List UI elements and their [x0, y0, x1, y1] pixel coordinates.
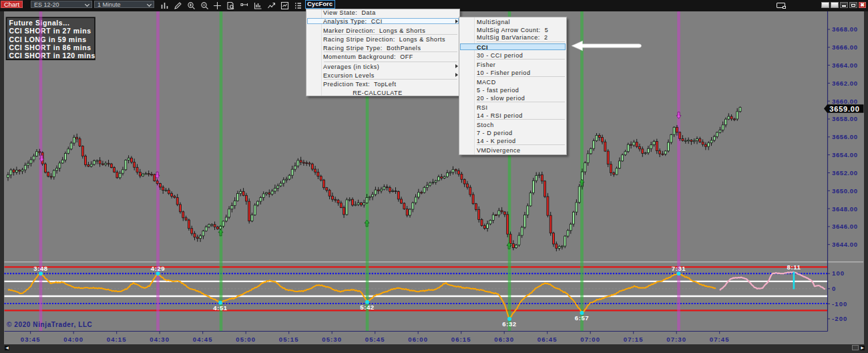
svg-text:04:15: 04:15 [107, 336, 127, 343]
svg-text:3656.00: 3656.00 [832, 133, 858, 140]
svg-text:06:30: 06:30 [494, 336, 514, 343]
svg-text:3659.00: 3659.00 [829, 105, 859, 113]
svg-text:07:15: 07:15 [624, 336, 644, 343]
svg-text:3658.00: 3658.00 [832, 115, 858, 122]
svg-text:3650.00: 3650.00 [832, 187, 858, 195]
svg-text:3646.00: 3646.00 [832, 223, 858, 230]
svg-text:3648.00: 3648.00 [832, 205, 858, 213]
svg-text:05:30: 05:30 [322, 336, 342, 343]
svg-text:07:45: 07:45 [710, 336, 730, 343]
svg-text:3668.00: 3668.00 [832, 25, 858, 33]
svg-text:© 2020 NinjaTrader, LLC: © 2020 NinjaTrader, LLC [7, 321, 92, 328]
svg-text:3662.00: 3662.00 [832, 80, 858, 87]
svg-text:06:00: 06:00 [408, 336, 428, 343]
svg-text:06:15: 06:15 [451, 336, 471, 343]
svg-text:6:32: 6:32 [502, 320, 516, 328]
svg-text:04:30: 04:30 [150, 336, 170, 343]
svg-text:3654.00: 3654.00 [832, 151, 858, 158]
svg-text:03:45: 03:45 [21, 336, 41, 343]
svg-text:4:51: 4:51 [213, 304, 228, 312]
svg-text:04:45: 04:45 [193, 336, 213, 343]
svg-text:100: 100 [832, 269, 845, 277]
svg-text:06:45: 06:45 [537, 336, 558, 343]
svg-text:CCI SHORT in 86 mins: CCI SHORT in 86 mins [9, 43, 91, 51]
svg-text:CCI LONG in 59 mins: CCI LONG in 59 mins [9, 35, 87, 43]
svg-text:6:57: 6:57 [575, 314, 589, 322]
svg-text:7:31: 7:31 [672, 265, 686, 272]
svg-text:0: 0 [832, 285, 836, 292]
svg-text:CCI SHORT in 27 mins: CCI SHORT in 27 mins [9, 27, 91, 35]
svg-text:04:00: 04:00 [63, 336, 83, 343]
svg-text:05:15: 05:15 [279, 336, 299, 343]
svg-text:CCI SHORT in 120 mins: CCI SHORT in 120 mins [9, 51, 95, 60]
svg-text:3644.00: 3644.00 [832, 241, 858, 248]
svg-text:05:00: 05:00 [236, 336, 256, 343]
svg-text:07:00: 07:00 [580, 336, 600, 343]
svg-text:-200: -200 [832, 315, 847, 322]
svg-text:05:45: 05:45 [365, 336, 385, 343]
svg-text:8:11: 8:11 [787, 263, 801, 271]
svg-text:-100: -100 [832, 300, 847, 308]
svg-text:3652.00: 3652.00 [832, 169, 858, 176]
svg-text:4:29: 4:29 [151, 265, 165, 272]
svg-text:3664.00: 3664.00 [832, 62, 858, 69]
svg-text:3660.00: 3660.00 [832, 98, 858, 105]
svg-text:3666.00: 3666.00 [832, 43, 858, 51]
svg-text:07:30: 07:30 [666, 336, 686, 343]
svg-text:3:48: 3:48 [33, 265, 47, 272]
svg-text:5:42: 5:42 [360, 304, 374, 311]
